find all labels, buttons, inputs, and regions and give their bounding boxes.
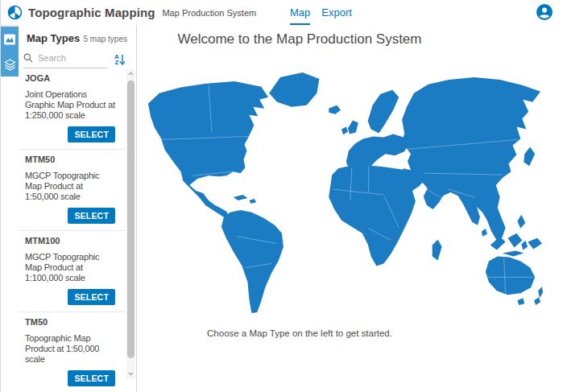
welcome-title: Welcome to the Map Production System (137, 31, 462, 47)
map-type-list: JOGA Joint Operations Graphic Map Produc… (19, 68, 136, 392)
search-input[interactable] (36, 52, 107, 64)
layers-tool-button[interactable] (1, 52, 19, 76)
map-type-item: JOGA Joint Operations Graphic Map Produc… (19, 68, 126, 150)
layers-icon (4, 58, 16, 71)
top-bar: Topographic Mapping Map Production Syste… (1, 0, 563, 26)
chevron-up-icon (128, 72, 134, 76)
map-type-name: TM50 (25, 317, 115, 327)
search-icon (23, 53, 33, 63)
world-map (145, 68, 543, 320)
map-types-panel: Map Types 5 map types AZ (19, 25, 137, 392)
select-button[interactable]: SELECT (68, 126, 115, 142)
map-type-description: MGCP Topographic Map Product at 1:50,000… (25, 171, 115, 202)
map-type-name: JOGA (25, 73, 115, 83)
app-subtitle: Map Production System (162, 8, 256, 18)
map-type-item: MTM50 MGCP Topographic Map Product at 1:… (19, 150, 126, 231)
tab-map[interactable]: Map (290, 0, 310, 25)
scroll-down-button[interactable] (126, 369, 135, 379)
select-button[interactable]: SELECT (68, 208, 115, 224)
arrow-down-icon (119, 54, 126, 65)
chevron-down-icon (128, 372, 134, 376)
instruction-text: Choose a Map Type on the left to get sta… (137, 328, 462, 338)
search-row: AZ (23, 50, 126, 68)
map-types-tool-button[interactable] (1, 27, 19, 52)
sort-az-button[interactable]: AZ (114, 54, 126, 65)
app-window: Topographic Mapping Map Production Syste… (0, 0, 563, 392)
search-box (23, 50, 107, 68)
app-title: Topographic Mapping (28, 6, 155, 19)
select-button[interactable]: SELECT (68, 370, 115, 386)
main-content: Welcome to the Map Production System (137, 25, 563, 392)
tool-strip (1, 27, 19, 76)
map-type-count: 5 map types (84, 35, 127, 43)
world-map-image (145, 68, 543, 320)
map-type-description: Joint Operations Graphic Map Product at … (25, 89, 115, 121)
scrollbar-thumb[interactable] (127, 80, 135, 358)
list-scrollbar[interactable] (126, 68, 135, 379)
map-type-item: TM50 Topographic Map Product at 1:50,000… (19, 312, 126, 392)
map-type-description: MGCP Topographic Map Product at 1:100,00… (25, 252, 115, 283)
map-icon (3, 33, 16, 46)
person-icon (536, 4, 553, 20)
top-tabs: Map Export (290, 0, 352, 25)
select-button[interactable]: SELECT (68, 289, 115, 305)
map-type-name: MTM50 (25, 155, 115, 164)
map-type-item: MTM100 MGCP Topographic Map Product at 1… (19, 231, 126, 312)
map-type-description: Topographic Map Product at 1:50,000 scal… (25, 333, 115, 365)
globe-logo-icon (7, 5, 23, 20)
scroll-up-button[interactable] (126, 68, 135, 79)
tab-export[interactable]: Export (321, 0, 352, 25)
brand: Topographic Mapping Map Production Syste… (7, 0, 256, 25)
map-type-name: MTM100 (25, 236, 115, 246)
user-account-button[interactable] (536, 4, 553, 20)
panel-title: Map Types (27, 32, 80, 44)
panel-header: Map Types 5 map types (27, 32, 127, 44)
